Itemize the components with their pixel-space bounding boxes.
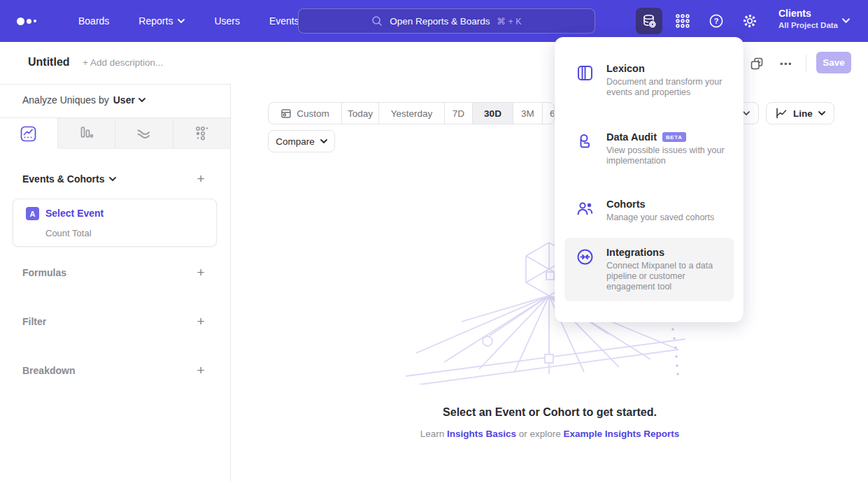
- project-name: All Project Data: [778, 20, 838, 31]
- nav-boards[interactable]: Boards: [78, 15, 109, 27]
- settings-button[interactable]: [737, 8, 763, 34]
- apps-grid-button[interactable]: [669, 8, 696, 34]
- menu-item-lexicon[interactable]: Lexicon Document and transform your even…: [564, 54, 734, 107]
- data-management-menu: Lexicon Document and transform your even…: [555, 37, 744, 322]
- data-audit-title: Data Audit: [606, 131, 657, 143]
- chevron-down-icon: [109, 177, 116, 181]
- global-search-button[interactable]: Open Reports & Boards ⌘ + K: [298, 8, 595, 34]
- plus-icon: +: [197, 314, 204, 329]
- plus-icon: +: [197, 265, 204, 280]
- analyze-by-value: User: [113, 94, 135, 106]
- range-today-label: Today: [348, 108, 373, 119]
- add-formula-button[interactable]: +: [194, 266, 208, 280]
- breakdown-section-label: Breakdown: [22, 365, 75, 376]
- events-cohorts-header[interactable]: Events & Cohorts: [22, 173, 116, 185]
- data-audit-icon: [576, 132, 595, 151]
- event-card[interactable]: A Select Event Count Total: [13, 199, 217, 247]
- lexicon-title: Lexicon: [606, 63, 645, 74]
- nav-reports[interactable]: Reports: [138, 15, 185, 27]
- header-divider: [806, 55, 806, 73]
- nav-events[interactable]: Events: [269, 15, 299, 27]
- range-custom[interactable]: Custom: [269, 103, 341, 124]
- report-title[interactable]: Untitled: [28, 56, 70, 69]
- range-30d-selected[interactable]: 30D: [472, 103, 513, 124]
- nav-users[interactable]: Users: [214, 15, 240, 27]
- cohorts-description: Manage your saved cohorts: [606, 213, 734, 223]
- empty-state-links: Learn Insights Basics or explore Example…: [232, 429, 868, 439]
- range-30d-label: 30D: [484, 108, 501, 119]
- range-yesterday[interactable]: Yesterday: [378, 103, 444, 124]
- nav-users-label: Users: [214, 15, 240, 27]
- integrations-description: Connect Mixpanel to a data pipeline or c…: [606, 261, 734, 292]
- chevron-down-icon: [818, 111, 825, 115]
- count-total-dropdown[interactable]: Count Total: [45, 228, 92, 238]
- help-button[interactable]: ?: [703, 8, 730, 34]
- save-button[interactable]: Save: [816, 52, 851, 73]
- add-event-button[interactable]: +: [194, 172, 208, 186]
- range-custom-label: Custom: [297, 108, 329, 119]
- svg-text:?: ?: [714, 17, 719, 25]
- top-nav: Boards Reports Users Events Open Reports…: [0, 0, 868, 42]
- or-explore-label: or explore: [519, 429, 561, 439]
- line-chart-icon: [775, 107, 788, 120]
- range-6m[interactable]: 6M: [542, 103, 555, 124]
- flow-tab-icon: [136, 125, 152, 141]
- learn-label: Learn: [420, 429, 445, 439]
- search-icon: [371, 15, 383, 27]
- insights-basics-link[interactable]: Insights Basics: [447, 429, 516, 439]
- plus-icon: +: [197, 363, 204, 378]
- ellipsis-icon: •••: [780, 59, 792, 69]
- range-6m-label: 6M: [550, 108, 555, 119]
- report-canvas: Custom Today Yesterday 7D 30D 3M 6M Comp…: [232, 84, 868, 481]
- nav-reports-label: Reports: [138, 15, 173, 27]
- chart-type-tabs: [0, 117, 230, 149]
- cohorts-title: Cohorts: [606, 199, 646, 210]
- nav-events-label: Events: [269, 15, 299, 27]
- metrics-tab-icon: [194, 125, 210, 141]
- tab-metrics-grid[interactable]: [173, 118, 231, 149]
- add-breakdown-button[interactable]: +: [194, 364, 208, 378]
- example-reports-link[interactable]: Example Insights Reports: [564, 429, 680, 439]
- data-management-button[interactable]: [636, 8, 662, 34]
- menu-item-data-audit[interactable]: Data Audit BETA View possible issues wit…: [564, 122, 734, 175]
- duplicate-report-button[interactable]: [748, 55, 766, 73]
- range-3m[interactable]: 3M: [513, 103, 542, 124]
- range-7d-label: 7D: [453, 108, 464, 119]
- copy-plus-icon: [749, 56, 764, 71]
- menu-item-integrations[interactable]: Integrations Connect Mixpanel to a data …: [564, 238, 734, 301]
- line-chart-tab-icon: [20, 126, 36, 142]
- integrations-icon: [576, 247, 595, 266]
- formulas-section-label: Formulas: [22, 267, 66, 278]
- mixpanel-logo-icon[interactable]: [17, 17, 49, 25]
- tab-bar-chart[interactable]: [57, 118, 115, 149]
- query-builder-sidebar: Analyze Uniques by User: [0, 84, 231, 481]
- bar-chart-tab-icon: [78, 125, 94, 141]
- tab-flow-chart[interactable]: [115, 118, 173, 149]
- chart-style-dropdown[interactable]: Line: [766, 102, 834, 124]
- project-switcher[interactable]: Clients All Project Data: [778, 7, 838, 31]
- database-gear-icon: [641, 13, 657, 29]
- chevron-down-icon: [842, 18, 850, 23]
- chevron-down-icon: [138, 98, 145, 102]
- events-cohorts-label: Events & Cohorts: [22, 173, 104, 185]
- range-7d[interactable]: 7D: [444, 103, 472, 124]
- tab-line-chart[interactable]: [0, 118, 57, 149]
- analyze-by-dropdown[interactable]: User: [113, 94, 145, 106]
- org-name: Clients: [778, 7, 838, 20]
- add-description-field[interactable]: + Add description...: [83, 57, 163, 68]
- range-today[interactable]: Today: [341, 103, 378, 124]
- chevron-down-icon: [178, 19, 185, 23]
- add-filter-button[interactable]: +: [194, 315, 208, 329]
- plus-icon: +: [197, 171, 204, 187]
- date-range-control: Custom Today Yesterday 7D 30D 3M 6M: [268, 102, 555, 124]
- select-event-button[interactable]: Select Event: [45, 208, 104, 219]
- range-3m-label: 3M: [521, 108, 534, 119]
- chevron-down-icon: [743, 111, 750, 115]
- analyze-prefix-label: Analyze Uniques by: [22, 94, 109, 106]
- apps-grid-icon: [674, 13, 691, 29]
- compare-dropdown[interactable]: Compare: [268, 130, 335, 152]
- menu-item-cohorts[interactable]: Cohorts Manage your saved cohorts: [564, 189, 734, 232]
- beta-badge: BETA: [662, 132, 686, 142]
- more-options-button[interactable]: •••: [777, 55, 795, 73]
- filter-section-label: Filter: [22, 316, 46, 327]
